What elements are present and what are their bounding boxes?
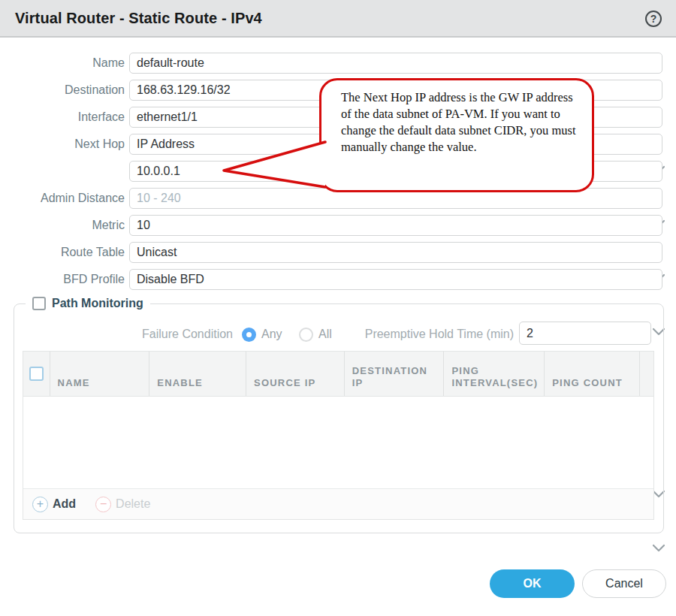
select-all-checkbox[interactable] — [29, 367, 44, 381]
add-plus-icon: + — [32, 497, 48, 512]
form-row-metric: Metric — [0, 215, 676, 236]
admin-distance-label: Admin Distance — [0, 188, 125, 209]
metric-input[interactable] — [129, 215, 662, 236]
column-header-name[interactable]: NAME — [50, 352, 150, 396]
name-input[interactable] — [129, 53, 662, 74]
column-header-enable[interactable]: ENABLE — [149, 352, 246, 396]
preemptive-hold-time-label: Preemptive Hold Time (min) — [326, 325, 514, 344]
annotation-text: The Next Hop IP address is the GW IP add… — [341, 90, 576, 154]
failure-condition-radio-all[interactable] — [299, 328, 313, 342]
dialog-virtual-router-static-route: Virtual Router - Static Route - IPv4 ? N… — [0, 0, 676, 616]
dialog-title: Virtual Router - Static Route - IPv4 — [15, 10, 262, 27]
route-table-combo[interactable] — [129, 242, 662, 263]
path-monitoring-legend: Path Monitoring — [26, 295, 150, 312]
column-header-destination-ip[interactable]: DESTINATION IP — [345, 352, 445, 396]
column-header-spacer — [640, 352, 653, 396]
preemptive-hold-time-input[interactable] — [519, 322, 651, 345]
select-all-cell — [23, 352, 50, 396]
interface-label: Interface — [0, 107, 125, 128]
failure-condition-any-label: Any — [261, 325, 282, 344]
column-header-ping-interval[interactable]: PING INTERVAL(SEC) — [444, 352, 545, 396]
next-hop-label: Next Hop — [0, 134, 125, 155]
path-monitoring-checkbox[interactable] — [32, 297, 46, 310]
ok-button[interactable]: OK — [490, 569, 575, 598]
form-row-route-table: Route Table — [0, 242, 676, 263]
table-body-empty — [23, 397, 653, 488]
table-header-row: NAME ENABLE SOURCE IP DESTINATION IP PIN… — [23, 352, 653, 397]
path-monitoring-table: NAME ENABLE SOURCE IP DESTINATION IP PIN… — [23, 351, 654, 520]
add-button[interactable]: + Add — [32, 497, 76, 512]
failure-condition-radio-any[interactable] — [242, 328, 256, 342]
annotation-callout: The Next Hop IP address is the GW IP add… — [319, 78, 594, 192]
dialog-titlebar: Virtual Router - Static Route - IPv4 ? — [0, 0, 676, 38]
destination-label: Destination — [0, 80, 125, 101]
column-header-ping-count[interactable]: PING COUNT — [545, 352, 640, 396]
failure-condition-label: Failure Condition — [45, 325, 233, 344]
delete-minus-icon: − — [95, 497, 111, 512]
route-table-label: Route Table — [0, 242, 125, 263]
form-row-name: Name — [0, 53, 676, 74]
help-icon[interactable]: ? — [645, 11, 662, 27]
table-footer: + Add − Delete — [23, 488, 653, 519]
delete-button-label: Delete — [116, 497, 150, 511]
bfd-profile-combo[interactable] — [129, 269, 662, 290]
chevron-down-icon[interactable] — [652, 544, 665, 553]
bfd-profile-label: BFD Profile — [0, 269, 125, 290]
delete-button[interactable]: − Delete — [95, 497, 150, 512]
path-monitoring-label: Path Monitoring — [52, 297, 143, 310]
metric-label: Metric — [0, 215, 125, 236]
cancel-button[interactable]: Cancel — [582, 569, 666, 598]
name-label: Name — [0, 53, 125, 74]
add-button-label: Add — [53, 497, 76, 511]
column-header-source-ip[interactable]: SOURCE IP — [246, 352, 345, 396]
form-row-bfd-profile: BFD Profile — [0, 269, 676, 290]
